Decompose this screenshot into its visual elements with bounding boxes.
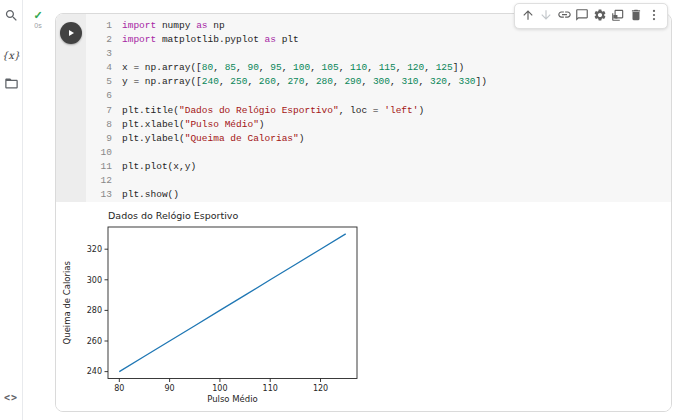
code-line[interactable]: 8plt.xlabel("Pulso Médio")	[86, 118, 671, 132]
sidebar-item-files[interactable]	[0, 74, 22, 96]
search-icon	[4, 8, 19, 26]
line-text: x = np.array([80, 85, 90, 95, 100, 105, …	[122, 61, 464, 75]
sidebar-item-code-snippets[interactable]: <>	[0, 386, 22, 408]
delete-cell-button[interactable]	[627, 6, 645, 26]
mirror-cell-icon	[611, 8, 625, 25]
line-number: 3	[86, 47, 122, 61]
add-comment-button[interactable]	[573, 6, 591, 26]
code-line[interactable]: 7plt.title("Dados do Relógio Esportivo",…	[86, 104, 671, 118]
code-line[interactable]: 2import matplotlib.pyplot as plt	[86, 33, 671, 47]
sidebar-item-variables[interactable]: {x}	[0, 44, 22, 66]
kebab-menu-icon	[647, 8, 661, 25]
line-number: 11	[86, 160, 122, 174]
code-line[interactable]: 13plt.show()	[86, 188, 671, 202]
code-line[interactable]: 9plt.ylabel("Queima de Calorias")	[86, 132, 671, 146]
code-icon: <>	[4, 392, 18, 403]
cell-gutter	[56, 14, 86, 202]
sidebar-item-search[interactable]	[0, 6, 22, 28]
arrow-up-icon	[521, 8, 535, 25]
svg-text:320: 320	[87, 245, 102, 254]
left-sidebar: {x} <>	[0, 0, 23, 420]
code-editor[interactable]: 1import numpy as np2import matplotlib.py…	[86, 14, 671, 202]
svg-text:280: 280	[87, 306, 102, 315]
settings-button[interactable]	[591, 6, 609, 26]
line-text: plt.title("Dados do Relógio Esportivo", …	[122, 104, 424, 118]
cell-toolbar	[514, 3, 668, 29]
run-cell-button[interactable]	[60, 22, 82, 44]
svg-text:80: 80	[114, 384, 124, 393]
arrow-down-icon	[539, 8, 553, 25]
success-check-icon: ✓	[27, 10, 49, 20]
svg-text:120: 120	[313, 384, 328, 393]
line-text: plt.xlabel("Pulso Médio")	[122, 118, 265, 132]
line-text: plt.plot(x,y)	[122, 160, 196, 174]
comment-icon	[575, 8, 589, 25]
more-actions-button[interactable]	[645, 6, 663, 26]
svg-text:300: 300	[87, 276, 102, 285]
move-cell-down-button[interactable]	[537, 6, 555, 26]
line-text: plt.show()	[122, 188, 179, 202]
code-line[interactable]: 3	[86, 47, 671, 61]
move-cell-up-button[interactable]	[519, 6, 537, 26]
line-number: 7	[86, 104, 122, 118]
line-number: 13	[86, 188, 122, 202]
line-text: plt.ylabel("Queima de Calorias")	[122, 132, 304, 146]
play-icon	[66, 26, 76, 41]
line-number: 9	[86, 132, 122, 146]
line-number: 5	[86, 75, 122, 89]
line-number: 2	[86, 33, 122, 47]
code-line[interactable]: 10	[86, 146, 671, 160]
link-icon	[557, 7, 572, 25]
code-line[interactable]: 6	[86, 89, 671, 103]
svg-text:110: 110	[263, 384, 278, 393]
code-line[interactable]: 4x = np.array([80, 85, 90, 95, 100, 105,…	[86, 61, 671, 75]
exec-duration: 0s	[27, 21, 49, 31]
svg-text:90: 90	[165, 384, 175, 393]
line-text: import matplotlib.pyplot as plt	[122, 33, 299, 47]
code-line[interactable]: 11plt.plot(x,y)	[86, 160, 671, 174]
code-area: 1import numpy as np2import matplotlib.py…	[56, 14, 671, 202]
code-line[interactable]: 5y = np.array([240, 250, 260, 270, 280, …	[86, 75, 671, 89]
svg-text:Pulso Médio: Pulso Médio	[207, 394, 258, 404]
line-number: 4	[86, 61, 122, 75]
mirror-cell-button[interactable]	[609, 6, 627, 26]
svg-text:Dados do Relógio Esportivo: Dados do Relógio Esportivo	[108, 210, 238, 221]
line-number: 12	[86, 174, 122, 188]
line-text: y = np.array([240, 250, 260, 270, 280, 2…	[122, 75, 487, 89]
copy-link-button[interactable]	[555, 6, 573, 26]
code-line[interactable]: 12	[86, 174, 671, 188]
trash-icon	[629, 8, 643, 25]
output-plot: 8090100110120240260280300320Dados do Rel…	[58, 203, 370, 408]
svg-text:Queima de Calorias: Queima de Calorias	[62, 260, 72, 344]
line-number: 6	[86, 89, 122, 103]
code-cell: 1import numpy as np2import matplotlib.py…	[55, 13, 672, 412]
variables-icon: {x}	[2, 50, 20, 61]
line-text: import numpy as np	[122, 19, 225, 33]
line-number: 10	[86, 146, 122, 160]
cell-output: 8090100110120240260280300320Dados do Rel…	[56, 202, 671, 412]
line-number: 8	[86, 118, 122, 132]
notebook-content: ✓ 0s 1import numpy as np2import matplotl…	[24, 0, 680, 420]
svg-text:260: 260	[87, 337, 102, 346]
line-number: 1	[86, 19, 122, 33]
svg-text:100: 100	[212, 384, 227, 393]
folder-icon	[4, 76, 19, 94]
gear-icon	[593, 8, 607, 25]
cell-exec-status: ✓ 0s	[27, 10, 49, 31]
svg-text:240: 240	[87, 367, 102, 376]
